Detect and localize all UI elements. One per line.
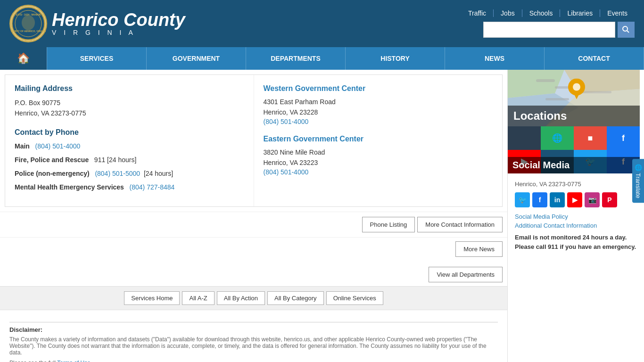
western-title[interactable]: Western Government Center (264, 84, 493, 93)
services-home-button[interactable]: Services Home (124, 291, 180, 305)
traffic-link[interactable]: Traffic (461, 9, 494, 17)
facebook-icon-btn[interactable]: f (532, 192, 547, 207)
contact-right: Western Government Center 4301 East Parh… (254, 75, 503, 206)
additional-contact-link[interactable]: Additional Contact Information (515, 222, 637, 229)
nav-contact[interactable]: CONTACT (545, 47, 644, 70)
events-link[interactable]: Events (600, 9, 635, 17)
all-by-action-button[interactable]: All By Action (217, 291, 265, 305)
eastern-addr1: 3820 Nine Mile Road (264, 147, 493, 157)
logo-seal: ESTD · 1634 · MANKIN COUNTY OF HENRICO, … (9, 5, 47, 42)
online-services-button[interactable]: Online Services (326, 291, 383, 305)
search-input[interactable] (483, 22, 615, 38)
social-cell-facebook: f (607, 126, 640, 150)
search-button[interactable] (618, 22, 635, 38)
virginia-label: V I R G I N I A (52, 29, 185, 36)
western-phone[interactable]: (804) 501-4000 (264, 118, 309, 125)
phone-mental-number[interactable]: (804) 727-8484 (130, 183, 175, 191)
more-contact-button[interactable]: More Contact Information (417, 217, 503, 232)
social-policy-link[interactable]: Social Media Policy (515, 213, 637, 220)
linkedin-icon-btn[interactable]: in (550, 192, 565, 207)
eastern-phone[interactable]: (804) 501-4000 (264, 168, 309, 176)
eastern-title[interactable]: Eastern Government Center (264, 135, 493, 143)
eastern-addr2: Henrico, VA 23223 (264, 157, 493, 168)
libraries-link[interactable]: Libraries (560, 9, 600, 17)
more-news-bar: More News (0, 237, 507, 261)
mailing-line2: Henrico, VA 23273-0775 (15, 108, 244, 118)
jobs-link[interactable]: Jobs (494, 9, 522, 17)
all-az-button[interactable]: All A-Z (182, 291, 214, 305)
phone-police: Police (non-emergency) (804) 501-5000 [2… (15, 169, 244, 179)
mailing-address-section: Mailing Address P.O. Box 90775 Henrico, … (15, 84, 244, 119)
phone-listing-button[interactable]: Phone Listing (362, 217, 415, 232)
content-row: Mailing Address P.O. Box 90775 Henrico, … (0, 70, 644, 362)
phone-police-number[interactable]: (804) 501-5000 (95, 170, 140, 177)
pinterest-icon-btn[interactable]: P (602, 192, 617, 207)
top-right: Traffic Jobs Schools Libraries Events (461, 9, 635, 38)
nav-departments[interactable]: DEPARTMENTS (246, 47, 346, 70)
western-addr2: Henrico, VA 23228 (264, 107, 493, 117)
western-center: Western Government Center 4301 East Parh… (264, 84, 493, 125)
all-by-category-button[interactable]: All By Category (267, 291, 324, 305)
svg-line-6 (627, 31, 629, 33)
svg-rect-14 (545, 98, 569, 100)
footer-links: Social Media Policy Additional Contact I… (515, 213, 637, 229)
phone-title: Contact by Phone (15, 128, 244, 137)
phone-main-label: Main (15, 142, 30, 150)
main-nav: 🏠 SERVICES GOVERNMENT DEPARTMENTS HISTOR… (0, 47, 644, 70)
right-sidebar: Locations 🌐 ■ f ▶ 🐦 f P Social Media (507, 70, 644, 362)
translate-widget[interactable]: 🌐 Translate (632, 159, 644, 203)
phone-fire-label: Fire, Police and Rescue (15, 156, 89, 164)
twitter-icon-btn[interactable]: 🐦 (515, 192, 530, 207)
svg-point-5 (623, 26, 627, 31)
disclaimer-line (9, 322, 498, 322)
header: ESTD · 1634 · MANKIN COUNTY OF HENRICO, … (0, 0, 644, 47)
contact-block: Mailing Address P.O. Box 90775 Henrico, … (5, 74, 503, 207)
eastern-center: Eastern Government Center 3820 Nine Mile… (264, 135, 493, 176)
youtube-icon-btn[interactable]: ▶ (567, 192, 582, 207)
svg-point-4 (22, 15, 35, 30)
social-media-block[interactable]: 🌐 ■ f ▶ 🐦 f P Social Media (508, 126, 640, 173)
more-news-button[interactable]: More News (455, 241, 503, 257)
emergency-text2: Please call 911 if you have an emergency… (515, 243, 636, 250)
translate-label: Translate (635, 173, 642, 198)
footer-address: Henrico, VA 23273-0775 (515, 181, 637, 188)
phone-main-number[interactable]: (804) 501-4000 (35, 142, 81, 150)
phone-police-label: Police (non-emergency) (15, 170, 90, 177)
svg-rect-12 (536, 79, 555, 82)
disclaimer-title: Disclaimer: (9, 326, 498, 333)
county-name: Henrico County (52, 11, 185, 29)
contact-left: Mailing Address P.O. Box 90775 Henrico, … (5, 75, 254, 206)
western-addr1: 4301 East Parham Road (264, 97, 493, 107)
footer-right-sidebar: Henrico, VA 23273-0775 🐦 f in ▶ 📷 P Soci… (508, 173, 644, 258)
locations-label: Locations (508, 106, 640, 126)
nav-history[interactable]: HISTORY (346, 47, 445, 70)
map-pin (568, 79, 585, 101)
svg-marker-18 (573, 92, 580, 99)
nav-services[interactable]: SERVICES (47, 47, 147, 70)
view-all-departments-button[interactable]: View all Departments (429, 267, 503, 282)
contact-footer-buttons: Phone Listing More Contact Information (0, 212, 507, 237)
page-wrapper: ESTD · 1634 · MANKIN COUNTY OF HENRICO, … (0, 0, 644, 362)
nav-government[interactable]: GOVERNMENT (147, 47, 246, 70)
mailing-line1: P.O. Box 90775 (15, 98, 244, 108)
nav-home[interactable]: 🏠 (0, 47, 47, 70)
social-cell-1 (508, 126, 541, 150)
left-main: Mailing Address P.O. Box 90775 Henrico, … (0, 70, 507, 362)
phone-main: Main (804) 501-4000 (15, 141, 244, 151)
emergency-text1: Email is not monitored 24 hours a day. (515, 234, 627, 241)
home-icon: 🏠 (17, 52, 30, 65)
top-links: Traffic Jobs Schools Libraries Events (461, 9, 635, 17)
nav-news[interactable]: NEWS (445, 47, 545, 70)
social-media-label: Social Media (508, 157, 640, 173)
disclaimer-terms: Please see the full Terms of Use. (9, 360, 498, 362)
phone-fire: Fire, Police and Rescue 911 [24 hours] (15, 155, 244, 165)
locations-block[interactable]: Locations (508, 70, 640, 126)
phone-mental: Mental Health Emergency Services (804) 7… (15, 182, 244, 192)
translate-icon: 🌐 (635, 164, 642, 171)
terms-link[interactable]: Terms of Use (57, 360, 91, 362)
instagram-icon-btn[interactable]: 📷 (585, 192, 600, 207)
schools-link[interactable]: Schools (522, 9, 561, 17)
disclaimer-text: The County makes a variety of informatio… (9, 336, 498, 356)
svg-point-17 (573, 83, 580, 91)
terms-prefix: Please see the full (9, 360, 57, 362)
